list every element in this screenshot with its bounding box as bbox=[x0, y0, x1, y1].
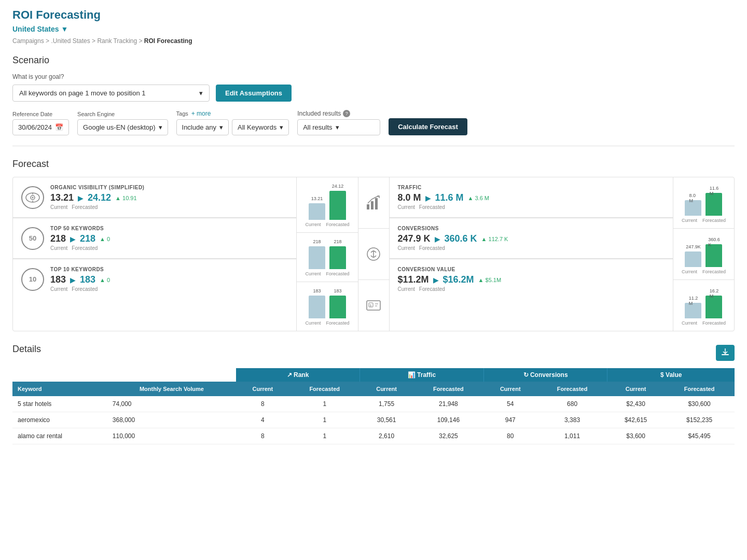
conversions-chart: 247.9K 360.6 K Current Forecasted bbox=[673, 229, 734, 280]
left-metrics-col: ORGANIC VISIBILITY (SIMPLIFIED) 13.21 ▶ … bbox=[13, 177, 297, 331]
conversions-sublabels: Current Forecasted bbox=[398, 245, 665, 251]
conv-forecasted-cell: 3,383 bbox=[537, 412, 607, 428]
search-engine-group: Search Engine Google us-EN (desktop) ▾ bbox=[77, 111, 168, 135]
conversions-values: 247.9 K ▶ 360.6 K ▲ 112.7 K bbox=[398, 233, 665, 244]
arrow-icon: ▶ bbox=[70, 235, 76, 243]
keyword-cell: 5 star hotels bbox=[12, 396, 107, 412]
rank-forecasted-cell: 1 bbox=[289, 412, 360, 428]
traffic-current-header: Current bbox=[360, 382, 413, 396]
rank-current-cell: 8 bbox=[236, 428, 289, 444]
value-group-label: Value bbox=[666, 371, 682, 379]
eye-icon bbox=[21, 186, 44, 209]
value-forecasted-cell: $45,495 bbox=[664, 428, 735, 444]
conversions-current: 247.9 K bbox=[398, 233, 431, 244]
search-engine-dropdown[interactable]: Google us-EN (desktop) ▾ bbox=[77, 119, 168, 135]
column-group-header: ↗ Rank 📊 Traffic ↻ Conversions $ Value bbox=[12, 368, 735, 382]
center-icons-col: $ bbox=[358, 177, 390, 331]
filter-row: Reference Date 30/06/2024 📅 Search Engin… bbox=[12, 110, 735, 135]
country-selector[interactable]: United States ▼ bbox=[12, 25, 68, 33]
edit-assumptions-button[interactable]: Edit Assumptions bbox=[216, 85, 292, 102]
cv-forecasted: $16.2M bbox=[443, 274, 474, 285]
page-title: ROI Forecasting bbox=[12, 8, 735, 22]
conversions-forecasted: 360.6 K bbox=[445, 233, 477, 244]
included-results-group: Included results ? All results ▾ bbox=[297, 110, 380, 135]
traffic-forecasted-cell: 32,625 bbox=[413, 428, 484, 444]
include-any-dropdown[interactable]: Include any ▾ bbox=[176, 119, 229, 135]
conv-current-cell: 947 bbox=[483, 412, 537, 428]
column-headers: Keyword Monthly Search Volume Current Fo… bbox=[12, 382, 735, 396]
cv-chart: 11.2 M 16.2 M Current Forecasted bbox=[673, 280, 734, 331]
details-header: Details bbox=[12, 344, 735, 362]
traffic-icon bbox=[366, 195, 381, 211]
cv-current: $11.2M bbox=[398, 274, 429, 285]
traffic-card: TRAFFIC 8.0 M ▶ 11.6 M ▲ 3.6 M Current F… bbox=[390, 177, 673, 218]
included-results-label: Included results ? bbox=[297, 110, 380, 117]
value-forecasted-cell: $152,235 bbox=[664, 412, 735, 428]
right-metrics-col: TRAFFIC 8.0 M ▶ 11.6 M ▲ 3.6 M Current F… bbox=[390, 177, 673, 331]
reference-date-group: Reference Date 30/06/2024 📅 bbox=[12, 111, 69, 135]
details-section: Details ↗ Rank 📊 Traffic ↻ bbox=[12, 344, 735, 444]
goal-dropdown[interactable]: All keywords on page 1 move to position … bbox=[12, 85, 210, 102]
conversions-group-icon: ↻ bbox=[523, 371, 529, 379]
forecasted-sublabel: Forecasted bbox=[72, 204, 98, 210]
traffic-current-cell: 2,610 bbox=[360, 428, 413, 444]
export-button[interactable] bbox=[716, 345, 735, 361]
top50-icon: 50 bbox=[21, 227, 44, 250]
goal-label: What is your goal? bbox=[12, 73, 735, 80]
traffic-current: 8.0 M bbox=[398, 192, 421, 203]
top10-label: TOP 10 KEYWORDS bbox=[50, 267, 288, 272]
organic-visibility-label: ORGANIC VISIBILITY (SIMPLIFIED) bbox=[50, 185, 288, 190]
traffic-forecasted-header: Forecasted bbox=[413, 382, 484, 396]
keyword-cell: aeromexico bbox=[12, 412, 107, 428]
top10-current: 183 bbox=[50, 274, 66, 285]
tags-row: Include any ▾ All Keywords ▾ bbox=[176, 119, 289, 135]
top10-chart: 183 183 Current Forecasted bbox=[297, 282, 357, 331]
value-forecasted-cell: $30,600 bbox=[664, 396, 735, 412]
rank-forecasted-cell: 1 bbox=[289, 428, 360, 444]
conversions-card: CONVERSIONS 247.9 K ▶ 360.6 K ▲ 112.7 K … bbox=[390, 218, 673, 259]
all-keywords-dropdown[interactable]: All Keywords ▾ bbox=[232, 119, 289, 135]
organic-visibility-info: ORGANIC VISIBILITY (SIMPLIFIED) 13.21 ▶ … bbox=[50, 185, 288, 210]
arrow-icon: ▶ bbox=[435, 235, 440, 243]
chevron-down-icon: ▾ bbox=[219, 123, 223, 131]
scenario-title: Scenario bbox=[12, 55, 735, 66]
forecasted-sublabel: Forecasted bbox=[72, 245, 98, 251]
forecasted-sublabel: Forecasted bbox=[72, 286, 98, 292]
organic-forecasted: 24.12 bbox=[88, 192, 111, 203]
calendar-icon[interactable]: 📅 bbox=[55, 123, 63, 131]
top50-delta: ▲ 0 bbox=[100, 236, 110, 242]
conversion-value-card: CONVERSION VALUE $11.2M ▶ $16.2M ▲ $5.1M… bbox=[390, 259, 673, 299]
top10-icon: 10 bbox=[21, 268, 44, 291]
organic-chart: 13.21 24.12 Current Forecasted bbox=[297, 177, 357, 233]
conversions-group-label: Conversions bbox=[530, 371, 568, 379]
rank-current-header: Current bbox=[236, 382, 289, 396]
goal-value: All keywords on page 1 move to position … bbox=[19, 89, 146, 97]
reference-date-input[interactable]: 30/06/2024 📅 bbox=[12, 119, 69, 135]
top10-card: 10 TOP 10 KEYWORDS 183 ▶ 183 ▲ 0 Current… bbox=[13, 259, 296, 299]
organic-visibility-card: ORGANIC VISIBILITY (SIMPLIFIED) 13.21 ▶ … bbox=[13, 177, 296, 218]
top50-card: 50 TOP 50 KEYWORDS 218 ▶ 218 ▲ 0 Current… bbox=[13, 218, 296, 259]
svg-rect-15 bbox=[722, 354, 729, 355]
arrow-icon: ▶ bbox=[78, 194, 84, 202]
organic-delta: ▲ 10.91 bbox=[115, 195, 136, 201]
country-name: United States bbox=[12, 25, 59, 33]
conversion-value-label: CONVERSION VALUE bbox=[398, 267, 665, 272]
svg-text:$: $ bbox=[370, 304, 372, 307]
svg-rect-6 bbox=[371, 201, 374, 209]
all-results-dropdown[interactable]: All results ▾ bbox=[297, 119, 380, 135]
goal-row: All keywords on page 1 move to position … bbox=[12, 85, 735, 102]
more-tags-link[interactable]: + more bbox=[191, 110, 211, 117]
value-current-cell: $2,430 bbox=[607, 396, 664, 412]
current-sublabel: Current bbox=[50, 204, 67, 210]
value-current-cell: $3,600 bbox=[607, 428, 664, 444]
conv-forecasted-cell: 680 bbox=[537, 396, 607, 412]
chevron-down-icon: ▾ bbox=[336, 123, 339, 131]
calculate-forecast-button[interactable]: Calculate Forecast bbox=[389, 118, 467, 135]
chevron-down-icon: ▾ bbox=[199, 89, 203, 97]
export-icon bbox=[721, 348, 729, 356]
arrow-icon: ▶ bbox=[70, 276, 76, 284]
rank-group-label: Rank bbox=[294, 371, 309, 379]
rank-forecasted-cell: 1 bbox=[289, 396, 360, 412]
traffic-values: 8.0 M ▶ 11.6 M ▲ 3.6 M bbox=[398, 192, 665, 203]
chevron-down-icon: ▾ bbox=[280, 123, 283, 131]
